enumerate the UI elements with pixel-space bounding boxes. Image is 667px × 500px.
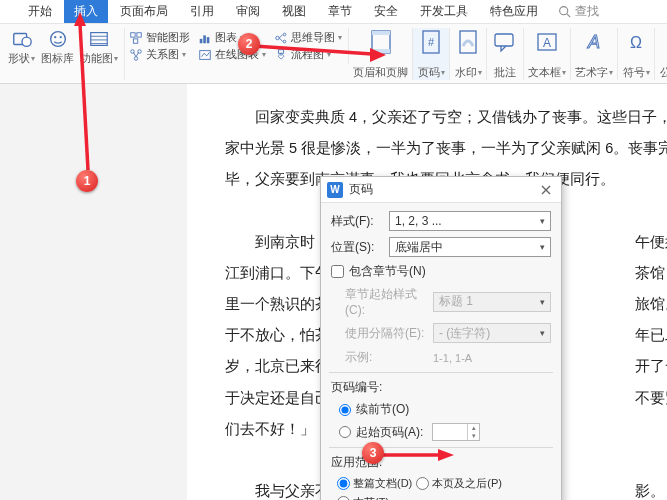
flowchart-button[interactable]: 流程图▾ (274, 47, 342, 62)
svg-rect-13 (133, 38, 137, 42)
doc-line-right: 不要紧，他 (635, 383, 667, 414)
ribbon-wordart[interactable]: A 艺术字▾ (571, 28, 618, 80)
numbering-section-label: 页码编号: (331, 379, 551, 396)
svg-rect-18 (203, 35, 206, 43)
svg-text:#: # (428, 36, 435, 48)
svg-point-22 (283, 33, 286, 36)
svg-rect-12 (137, 32, 141, 36)
menu-reference[interactable]: 引用 (180, 0, 224, 23)
svg-line-1 (567, 14, 570, 17)
ribbon-formula[interactable]: π 公式▾ (655, 28, 667, 80)
iconlib-icon[interactable] (47, 28, 69, 50)
style-combo[interactable]: 1, 2, 3 ...▾ (389, 211, 551, 231)
scope-after-radio[interactable] (416, 477, 429, 490)
scope-doc-radio[interactable] (337, 477, 350, 490)
svg-rect-27 (372, 31, 390, 35)
svg-point-6 (59, 36, 61, 38)
search-label: 查找 (575, 3, 599, 20)
menu-layout[interactable]: 页面布局 (110, 0, 178, 23)
svg-rect-28 (372, 49, 390, 53)
doc-line-right: 旅馆。但他终 (635, 289, 667, 320)
relation-button[interactable]: 关系图▾ (129, 47, 190, 62)
symbol-icon: Ω (622, 28, 650, 56)
doc-line-right: 影。 (635, 476, 665, 500)
separator-label: 使用分隔符(E): (345, 325, 429, 342)
page-number-dialog: W 页码 样式(F): 1, 2, 3 ...▾ 位置(S): 底端居中▾ 包含… (320, 176, 562, 500)
menu-review[interactable]: 审阅 (226, 0, 270, 23)
wordart-icon: A (580, 28, 608, 56)
chapter-style-label: 章节起始样式(C): (345, 286, 429, 317)
search-icon (558, 5, 571, 18)
ribbon-group-shapes: 形状▾ 图标库 功能图▾ (2, 28, 125, 80)
svg-rect-17 (200, 38, 203, 42)
start-at-radio[interactable] (339, 426, 351, 438)
menu-view[interactable]: 视图 (272, 0, 316, 23)
func-label[interactable]: 功能图▾ (80, 51, 118, 66)
func-icon[interactable] (88, 28, 110, 50)
shape-label[interactable]: 形状▾ (8, 51, 35, 66)
svg-point-21 (276, 36, 280, 40)
svg-text:Ω: Ω (630, 34, 642, 51)
dialog-titlebar: W 页码 (321, 177, 561, 203)
continue-radio[interactable] (339, 404, 351, 416)
menu-insert[interactable]: 插入 (64, 0, 108, 23)
menu-devtools[interactable]: 开发工具 (410, 0, 478, 23)
menu-security[interactable]: 安全 (364, 0, 408, 23)
include-chapter-label: 包含章节号(N) (349, 263, 426, 280)
comment-icon (491, 28, 519, 56)
page-number-icon: # (417, 28, 445, 56)
scope-section-radio[interactable] (337, 496, 350, 500)
start-at-label: 起始页码(A): (356, 424, 423, 441)
svg-rect-20 (200, 50, 211, 59)
svg-point-23 (283, 40, 286, 43)
include-chapter-checkbox[interactable] (331, 265, 344, 278)
start-at-input[interactable]: ▴▾ (432, 423, 480, 441)
shape-icon[interactable] (11, 28, 33, 50)
doc-line-right: 开了一会，终 (635, 351, 667, 382)
formula-icon: π (659, 28, 667, 56)
close-icon (541, 185, 551, 195)
left-margin (0, 84, 27, 500)
svg-rect-19 (207, 37, 210, 43)
ribbon-comment[interactable]: 批注 (487, 28, 524, 80)
dialog-close-button[interactable] (537, 181, 555, 199)
doc-line: 回家变卖典质 4，父亲还了亏空；又借钱办了丧事。这些日子， (225, 102, 637, 133)
example-value: 1-1, 1-A (433, 352, 472, 364)
iconlib-label[interactable]: 图标库 (41, 51, 74, 66)
ribbon-header-footer[interactable]: 页眉和页脚 (349, 28, 413, 80)
callout-1: 1 (76, 170, 98, 192)
menu-chapter[interactable]: 章节 (318, 0, 362, 23)
mindmap-button[interactable]: 思维导图▾ (274, 30, 342, 45)
menu-special[interactable]: 特色应用 (480, 0, 548, 23)
ribbon-page-number[interactable]: # 页码▾ (413, 28, 450, 80)
menu-start[interactable]: 开始 (18, 0, 62, 23)
ribbon: 形状▾ 图标库 功能图▾ 智能图形 关系图▾ 图表▾ 在线图表▾ 思维导图▾ 流… (0, 24, 667, 84)
doc-line-right: 午便须渡 (635, 227, 667, 258)
example-label: 示例: (345, 349, 429, 366)
position-combo[interactable]: 底端居中▾ (389, 237, 551, 257)
ribbon-group-diagram: 思维导图▾ 流程图▾ (270, 28, 349, 64)
svg-rect-11 (131, 32, 135, 36)
svg-rect-32 (495, 34, 513, 46)
continue-label: 续前节(O) (356, 401, 409, 418)
svg-point-5 (54, 36, 56, 38)
ribbon-symbol[interactable]: Ω 符号▾ (618, 28, 655, 80)
dialog-title: 页码 (349, 181, 537, 198)
svg-rect-24 (278, 49, 283, 53)
menu-search[interactable]: 查找 (558, 3, 599, 20)
textbox-icon: A (533, 28, 561, 56)
menu-bar: 开始 插入 页面布局 引用 审阅 视图 章节 安全 开发工具 特色应用 查找 (0, 0, 667, 24)
doc-line-right: 茶馆 叫旅馆 (635, 258, 667, 289)
position-label: 位置(S): (331, 239, 385, 256)
ribbon-watermark[interactable]: 水印▾ (450, 28, 487, 80)
ribbon-textbox[interactable]: A 文本框▾ (524, 28, 571, 80)
smartshape-button[interactable]: 智能图形 (129, 30, 190, 45)
svg-point-4 (50, 32, 65, 47)
doc-line: 家中光景 5 很是惨淡，一半为了丧事，一半为了父亲赋闲 6。丧事完 (225, 133, 637, 164)
svg-text:A: A (587, 32, 600, 52)
callout-3: 3 (362, 442, 384, 464)
svg-point-0 (560, 7, 568, 15)
svg-text:A: A (543, 36, 551, 50)
callout-2: 2 (238, 33, 260, 55)
separator-combo: - (连字符)▾ (433, 323, 551, 343)
